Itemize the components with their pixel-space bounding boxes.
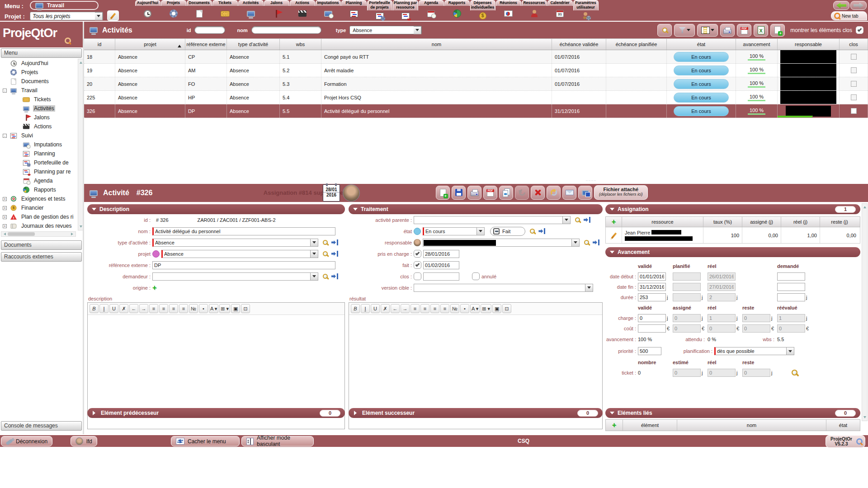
- sidebar-item[interactable]: Actions: [1, 122, 82, 131]
- filter-nom-input[interactable]: [251, 26, 321, 34]
- tree-expander-icon[interactable]: [15, 152, 19, 156]
- goto-icon[interactable]: [331, 251, 338, 257]
- tree-expander-icon[interactable]: [15, 98, 19, 102]
- editor-button[interactable]: A ▾: [470, 304, 480, 313]
- tree-expander-icon[interactable]: +: [3, 215, 7, 219]
- logout-button[interactable]: Déconnexion: [1, 436, 52, 446]
- editor-button[interactable]: №: [189, 304, 198, 313]
- export-pdf-button[interactable]: [737, 24, 751, 37]
- search-icon[interactable]: [323, 240, 328, 245]
- goto-icon[interactable]: [584, 217, 590, 223]
- sidebar-item[interactable]: Projets: [1, 68, 82, 77]
- editor-button[interactable]: ←: [391, 304, 400, 313]
- editor-button[interactable]: ⊡: [502, 304, 511, 313]
- checkpoint-button[interactable]: [578, 186, 592, 200]
- toolbar-tab[interactable]: Aujourd'hui: [135, 0, 160, 22]
- editor-button[interactable]: I: [99, 304, 108, 313]
- tree-expander-icon[interactable]: +: [3, 224, 7, 228]
- projet-select[interactable]: [161, 250, 311, 258]
- editor-button[interactable]: U: [371, 304, 380, 313]
- editor-button[interactable]: ⊞ ▾: [481, 304, 491, 313]
- filter-type-select[interactable]: Absence: [349, 26, 422, 34]
- tree-expander-icon[interactable]: +: [3, 206, 7, 210]
- table-row[interactable]: 19 Absence AM Absence 5.2 Arrêt maladie …: [84, 64, 868, 77]
- new-button[interactable]: [436, 186, 450, 200]
- clos-checkbox[interactable]: [414, 272, 421, 280]
- sidebar-item[interactable]: Documents: [1, 77, 82, 86]
- column-header[interactable]: id: [84, 39, 115, 50]
- send-mail-button[interactable]: [562, 186, 576, 200]
- sidebar-item[interactable]: Planning: [1, 149, 82, 158]
- tree-expander-icon[interactable]: [15, 170, 19, 174]
- pris-en-charge-checkbox[interactable]: [414, 250, 421, 258]
- sidebar-item[interactable]: - Suivi: [1, 131, 82, 140]
- column-header[interactable]: échéance validée: [552, 39, 606, 50]
- tree-expander-icon[interactable]: [15, 188, 19, 192]
- tree-expander-icon[interactable]: [15, 116, 19, 120]
- attach-file-button[interactable]: Fichier attaché (déplacer les fichiers i…: [594, 185, 648, 200]
- avancement-section-header[interactable]: Avancement: [605, 247, 860, 257]
- toolbar-tab[interactable]: Planning par ressource: [392, 0, 418, 22]
- version-cible-select[interactable]: [414, 284, 585, 292]
- toolbar-tab[interactable]: Dépenses individuelles: [470, 0, 495, 22]
- linked-elements-section-header[interactable]: Eléments liés 0: [605, 408, 860, 418]
- menu-panel-header[interactable]: Menu: [1, 48, 82, 58]
- editor-button[interactable]: B: [90, 304, 99, 313]
- new-tab-button[interactable]: New tab: [831, 11, 867, 20]
- sidebar-item[interactable]: Imputations: [1, 140, 82, 149]
- column-header[interactable]: référence externe: [185, 39, 227, 50]
- editor-button[interactable]: •: [199, 304, 208, 313]
- chevron-down-icon[interactable]: [311, 250, 318, 258]
- toolbar-tab[interactable]: Activités: [238, 0, 264, 22]
- print-button[interactable]: [720, 24, 735, 37]
- delete-button[interactable]: [531, 186, 545, 200]
- toolbar-tab[interactable]: Agenda: [418, 0, 444, 22]
- editor-button[interactable]: ≡: [159, 304, 168, 313]
- toolbar-tab[interactable]: Jalons: [264, 0, 289, 22]
- tree-expander-icon[interactable]: [3, 80, 7, 84]
- column-header[interactable]: responsable: [778, 39, 840, 50]
- hide-menu-button[interactable]: Cacher le menu: [171, 436, 240, 446]
- column-header[interactable]: nom: [321, 39, 552, 50]
- user-button[interactable]: lfd: [71, 436, 97, 446]
- editor-button[interactable]: ≡: [149, 304, 158, 313]
- etat-select[interactable]: [423, 227, 477, 235]
- external-shortcuts-panel-header[interactable]: Raccourcis externes: [1, 252, 82, 262]
- duree-demande-input[interactable]: [777, 293, 805, 301]
- undo-button[interactable]: [515, 186, 529, 200]
- toolbar-tab[interactable]: Rapports: [444, 0, 470, 22]
- pris-en-charge-date[interactable]: [423, 250, 459, 258]
- table-row[interactable]: 20 Absence FO Absence 5.3 Formation 01/0…: [84, 77, 868, 91]
- table-row[interactable]: 225 Absence HP Absence 5.4 Projet Hors C…: [84, 91, 868, 104]
- editor-button[interactable]: ⊞ ▾: [219, 304, 230, 313]
- search-icon[interactable]: [530, 229, 535, 234]
- sidebar-item[interactable]: - Travail: [1, 86, 82, 95]
- tree-expander-icon[interactable]: [3, 61, 7, 66]
- closed-checkbox[interactable]: [851, 67, 857, 73]
- editor-button[interactable]: ≡: [410, 304, 420, 313]
- toolbar-tab[interactable]: Paramètres utilisateur: [573, 0, 599, 22]
- column-header[interactable]: projet: [115, 39, 185, 50]
- reference-input[interactable]: [152, 261, 335, 269]
- add-linked-icon[interactable]: +: [612, 422, 616, 428]
- table-row[interactable]: 326 Absence DP Absence 5.5 Activité délé…: [84, 104, 868, 118]
- debut-valide-input[interactable]: [638, 272, 666, 281]
- editor-button[interactable]: •: [460, 304, 469, 313]
- editor-button[interactable]: →: [401, 304, 410, 313]
- toolbar-tab[interactable]: Réunions: [495, 0, 521, 22]
- tree-expander-icon[interactable]: [15, 179, 19, 183]
- toggle-mode-button[interactable]: Afficher mode basculant: [241, 436, 314, 446]
- goto-icon[interactable]: [538, 228, 545, 234]
- copy-button[interactable]: [499, 186, 513, 200]
- history-back-button[interactable]: [833, 1, 849, 10]
- sidebar-item[interactable]: + Journaux des revues: [1, 221, 82, 230]
- editor-button[interactable]: ≡: [430, 304, 439, 313]
- editor-button[interactable]: ✗: [381, 304, 390, 313]
- search-icon[interactable]: [584, 240, 589, 245]
- history-forward-button[interactable]: [850, 1, 867, 10]
- tree-expander-icon[interactable]: -: [3, 89, 7, 93]
- chevron-down-icon[interactable]: [563, 216, 571, 224]
- filter-id-input[interactable]: [194, 26, 225, 34]
- cout-valide-input[interactable]: [638, 324, 666, 333]
- new-item-button[interactable]: [770, 24, 785, 37]
